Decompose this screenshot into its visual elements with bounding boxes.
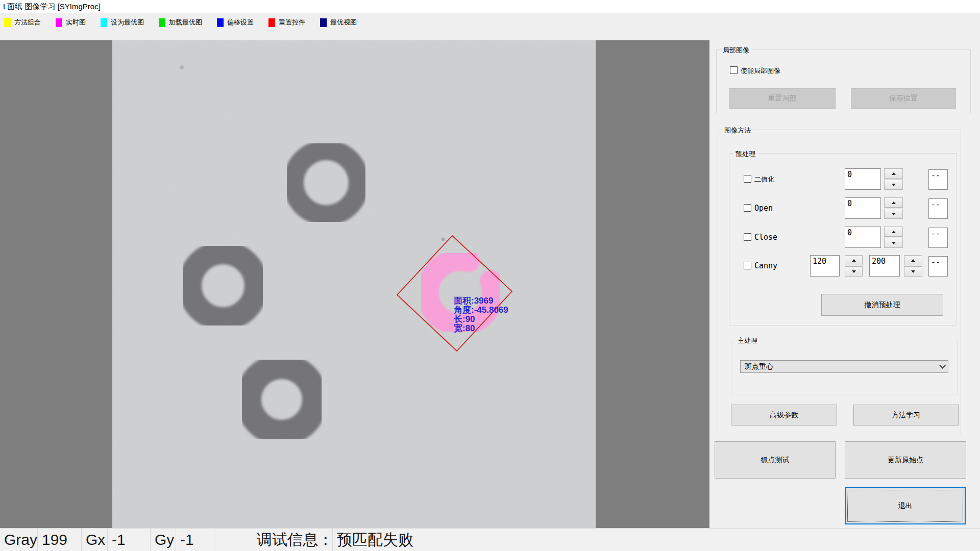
- save-position-button[interactable]: 保存位置: [851, 88, 956, 109]
- up-arrow-icon: [911, 259, 915, 262]
- spin-down-button[interactable]: [884, 238, 903, 248]
- close-result-field: --: [928, 228, 948, 248]
- toolbar-item-set-best-image[interactable]: 设为最优图: [101, 18, 144, 27]
- status-gray-value: 199: [38, 529, 82, 551]
- method-learn-button[interactable]: 方法学习: [853, 405, 959, 425]
- camera-image[interactable]: 面积:3969 角度:-45.8069 长:90 宽:80: [112, 40, 596, 528]
- chevron-down-icon: [939, 362, 946, 369]
- canny-result-field: --: [928, 256, 948, 277]
- image-viewer[interactable]: 面积:3969 角度:-45.8069 长:90 宽:80: [0, 40, 709, 528]
- canny-low-input[interactable]: 120: [810, 255, 840, 277]
- annotation-width: 宽:80: [454, 323, 475, 333]
- binarize-checkbox[interactable]: [744, 175, 751, 183]
- spin-up-button[interactable]: [884, 197, 903, 208]
- up-arrow-icon: [892, 202, 896, 204]
- magenta-swatch-icon: [56, 18, 62, 27]
- open-result-field: --: [928, 198, 948, 219]
- exit-button-label: 退出: [898, 502, 913, 511]
- open-spinner: [884, 197, 903, 219]
- toolbar-item-label: 偏移设置: [227, 18, 254, 27]
- spin-down-button[interactable]: [845, 266, 863, 277]
- spin-up-button[interactable]: [904, 255, 922, 265]
- toolbar-item-label: 方法组合: [14, 18, 41, 27]
- preprocess-group-title: 预处理: [733, 149, 757, 159]
- dropdown-selected-value: 斑点重心: [745, 362, 939, 371]
- spin-up-button[interactable]: [884, 227, 903, 237]
- status-debug-message: 预匹配失败: [333, 529, 980, 551]
- binarize-value-input[interactable]: 0: [845, 168, 881, 190]
- annotation-length: 长:90: [453, 314, 475, 324]
- toolbar: 方法组合 实时图 设为最优图 加载最优图 偏移设置 重置控件 最优视图: [0, 13, 980, 40]
- annotation-area: 面积:3969: [454, 296, 493, 306]
- open-checkbox[interactable]: [744, 204, 751, 212]
- status-bar: Gray 199 Gx -1 Gy -1 调试信息： 预匹配失败: [0, 528, 980, 551]
- toolbar-item-label: 设为最优图: [111, 18, 144, 27]
- up-arrow-icon: [892, 231, 896, 233]
- close-value-input[interactable]: 0: [845, 227, 881, 248]
- open-value-input[interactable]: 0: [845, 197, 881, 219]
- enable-local-image-label: 使能局部图像: [741, 66, 780, 76]
- down-arrow-icon: [892, 242, 896, 244]
- toolbar-item-label: 重置控件: [279, 18, 305, 27]
- image-speck: [180, 65, 184, 69]
- status-debug-label: 调试信息：: [214, 529, 333, 551]
- navy-swatch-icon: [320, 18, 327, 27]
- close-spinner: [884, 227, 903, 248]
- reset-local-button[interactable]: 重置局部: [729, 88, 836, 109]
- status-gx-value: -1: [108, 529, 151, 551]
- up-arrow-icon: [852, 259, 856, 262]
- toolbar-item-best-view[interactable]: 最优视图: [320, 18, 357, 27]
- app-window: L面纸 图像学习 [SYImgProc] 方法组合 实时图 设为最优图 加载最优…: [0, 0, 980, 551]
- status-gray-label: Gray: [0, 529, 38, 551]
- status-gy-value: -1: [176, 529, 214, 551]
- yellow-swatch-icon: [4, 18, 11, 27]
- toolbar-item-label: 加载最优图: [169, 18, 202, 27]
- toolbar-item-reset-controls[interactable]: 重置控件: [268, 18, 305, 27]
- up-arrow-icon: [892, 172, 896, 175]
- green-swatch-icon: [159, 18, 165, 27]
- toolbar-item-load-best-image[interactable]: 加载最优图: [159, 18, 202, 27]
- image-method-group-title: 图像方法: [722, 126, 753, 135]
- main-process-dropdown[interactable]: 斑点重心: [740, 360, 948, 373]
- enable-local-image-checkbox[interactable]: [730, 66, 738, 74]
- annotation-angle: 角度:-45.8069: [453, 305, 508, 315]
- image-speck: [442, 238, 445, 241]
- down-arrow-icon: [892, 213, 896, 215]
- spin-down-button[interactable]: [904, 266, 922, 277]
- canny-low-spinner: [845, 255, 863, 277]
- toolbar-item-offset-settings[interactable]: 偏移设置: [217, 18, 254, 27]
- down-arrow-icon: [852, 270, 856, 273]
- binarize-label: 二值化: [754, 175, 774, 184]
- binarize-result-field: --: [928, 169, 948, 190]
- canny-high-spinner: [904, 255, 922, 277]
- blue-swatch-icon: [217, 18, 224, 27]
- toolbar-item-label: 最优视图: [330, 18, 357, 27]
- close-checkbox[interactable]: [744, 233, 751, 241]
- spin-up-button[interactable]: [884, 168, 903, 179]
- down-arrow-icon: [892, 184, 896, 186]
- close-label: Close: [754, 233, 777, 242]
- undo-preprocess-button[interactable]: 撤消预处理: [821, 294, 943, 316]
- exit-button[interactable]: 退出: [845, 487, 966, 524]
- cyan-swatch-icon: [101, 18, 107, 27]
- status-gx-label: Gx: [82, 529, 108, 551]
- toolbar-item-label: 实时图: [66, 18, 86, 27]
- title-bar: L面纸 图像学习 [SYImgProc]: [0, 0, 980, 13]
- toolbar-item-live-image[interactable]: 实时图: [56, 18, 86, 27]
- canny-checkbox[interactable]: [744, 262, 751, 269]
- grab-point-test-button[interactable]: 抓点测试: [715, 441, 836, 479]
- binarize-spinner: [884, 168, 903, 190]
- spin-down-button[interactable]: [884, 180, 903, 190]
- window-title: L面纸 图像学习 [SYImgProc]: [3, 2, 101, 12]
- canny-label: Canny: [754, 261, 777, 270]
- spin-up-button[interactable]: [845, 255, 863, 265]
- update-origin-button[interactable]: 更新原始点: [845, 441, 966, 479]
- local-image-group-title: 局部图像: [721, 46, 751, 55]
- open-label: Open: [754, 204, 773, 213]
- spin-down-button[interactable]: [884, 209, 903, 219]
- advanced-params-button[interactable]: 高级参数: [731, 405, 837, 425]
- toolbar-item-method-combo[interactable]: 方法组合: [4, 18, 41, 27]
- status-gy-label: Gy: [151, 529, 176, 551]
- control-panel: 局部图像 使能局部图像 重置局部 保存位置 图像方法 预处理 二值化 0 -- …: [709, 40, 980, 528]
- canny-high-input[interactable]: 200: [869, 255, 900, 277]
